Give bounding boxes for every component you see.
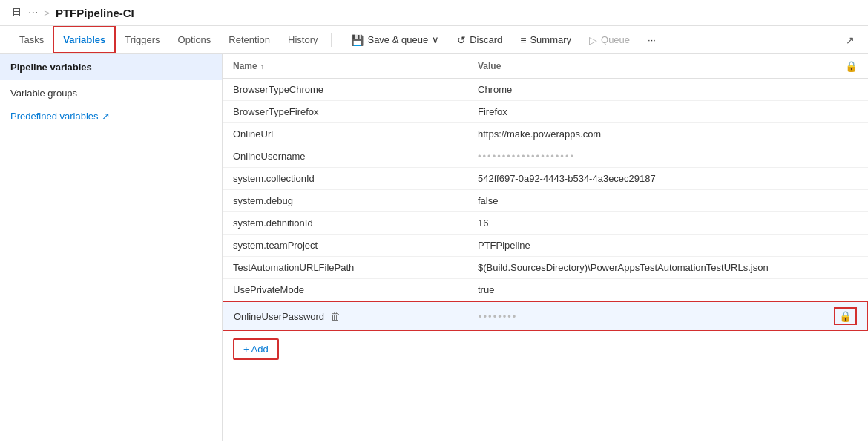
top-bar: 🖥 ··· > PTFPipeline-CI Tasks Variables T… bbox=[0, 0, 868, 54]
queue-icon: ▷ bbox=[589, 34, 597, 46]
nav-bar: Tasks Variables Triggers Options Retenti… bbox=[0, 26, 868, 54]
row-value: https://make.powerapps.com bbox=[478, 128, 828, 140]
row-value: 542ff697-0a92-4443-b534-4a3ecec29187 bbox=[478, 173, 828, 184]
sidebar-item-variable-groups[interactable]: Variable groups bbox=[0, 80, 222, 106]
table-row[interactable]: system.teamProject PTFPipeline bbox=[223, 235, 868, 257]
row-lock-icon-box[interactable]: 🔒 bbox=[827, 307, 857, 325]
row-value: $(Build.SourcesDirectory)\PowerAppsTestA… bbox=[478, 262, 828, 273]
row-value: Chrome bbox=[478, 84, 828, 95]
row-value: PTFPipeline bbox=[478, 240, 828, 251]
lock-icon[interactable]: 🔒 bbox=[834, 307, 857, 325]
more-actions-button[interactable]: ··· bbox=[640, 31, 663, 48]
queue-button[interactable]: ▷ Queue bbox=[582, 31, 637, 49]
tab-variables[interactable]: Variables bbox=[53, 26, 116, 53]
tab-triggers[interactable]: Triggers bbox=[116, 26, 168, 53]
row-value: Firefox bbox=[478, 106, 828, 117]
row-value-masked: •••••••• bbox=[479, 311, 827, 322]
predefined-variables-link[interactable]: Predefined variables ↗ bbox=[0, 106, 222, 126]
table-row-online-user-password[interactable]: OnlineUserPassword 🗑 •••••••• 🔒 bbox=[223, 301, 868, 331]
table-row[interactable]: system.debug false bbox=[223, 190, 868, 212]
header-lock-icon: 🔒 bbox=[845, 60, 858, 72]
tab-tasks[interactable]: Tasks bbox=[10, 26, 53, 53]
sidebar-item-pipeline-variables[interactable]: Pipeline variables bbox=[0, 54, 222, 80]
table-row[interactable]: system.definitionId 16 bbox=[223, 212, 868, 235]
row-name: TestAutomationURLFilePath bbox=[233, 262, 478, 273]
row-name: system.definitionId bbox=[233, 217, 478, 229]
col-lock-header: 🔒 bbox=[828, 60, 858, 72]
tab-history[interactable]: History bbox=[279, 26, 326, 53]
discard-button[interactable]: ↺ Discard bbox=[450, 31, 510, 49]
table-header: Name ↑ Value 🔒 bbox=[223, 54, 868, 79]
dropdown-arrow-icon: ∨ bbox=[432, 34, 439, 45]
expand-icon[interactable]: ↗ bbox=[843, 31, 858, 49]
table-row[interactable]: UsePrivateMode true bbox=[223, 279, 868, 301]
external-link-icon: ↗ bbox=[102, 111, 110, 122]
pipeline-icon: 🖥 bbox=[10, 6, 22, 19]
row-name: BrowserTypeChrome bbox=[233, 84, 478, 95]
page-title: PTFPipeline-CI bbox=[56, 7, 134, 19]
tab-retention[interactable]: Retention bbox=[220, 26, 279, 53]
table-row[interactable]: OnlineUsername •••••••••••••••••••• bbox=[223, 145, 868, 168]
row-name: UsePrivateMode bbox=[233, 284, 478, 295]
table-row[interactable]: TestAutomationURLFilePath $(Build.Source… bbox=[223, 257, 868, 279]
sort-arrow-icon[interactable]: ↑ bbox=[260, 62, 264, 70]
nav-divider bbox=[331, 33, 332, 47]
tab-options[interactable]: Options bbox=[169, 26, 220, 53]
row-name: BrowserTypeFirefox bbox=[233, 106, 478, 117]
table-row[interactable]: BrowserTypeFirefox Firefox bbox=[223, 101, 868, 123]
add-variable-button[interactable]: + Add bbox=[233, 338, 279, 360]
row-name: OnlineUserPassword 🗑 bbox=[234, 310, 479, 322]
content-area: Pipeline variables Variable groups Prede… bbox=[0, 54, 868, 441]
summary-button[interactable]: ≡ Summary bbox=[513, 31, 579, 49]
save-icon: 💾 bbox=[351, 34, 364, 46]
table-row[interactable]: OnlineUrl https://make.powerapps.com bbox=[223, 123, 868, 145]
row-name: system.debug bbox=[233, 195, 478, 206]
row-value: false bbox=[478, 195, 828, 206]
save-queue-button[interactable]: 💾 Save & queue ∨ bbox=[343, 31, 447, 49]
row-value: true bbox=[478, 284, 828, 295]
row-name: system.collectionId bbox=[233, 173, 478, 184]
summary-icon: ≡ bbox=[520, 34, 526, 46]
table-row[interactable]: BrowserTypeChrome Chrome bbox=[223, 79, 868, 101]
nav-actions: 💾 Save & queue ∨ ↺ Discard ≡ Summary ▷ Q… bbox=[343, 31, 662, 49]
row-value: 16 bbox=[478, 217, 828, 229]
row-value: •••••••••••••••••••• bbox=[478, 151, 828, 162]
row-name: system.teamProject bbox=[233, 240, 478, 251]
discard-icon: ↺ bbox=[457, 34, 466, 46]
table-row[interactable]: system.collectionId 542ff697-0a92-4443-b… bbox=[223, 168, 868, 190]
more-icon: ··· bbox=[648, 34, 656, 45]
sidebar: Pipeline variables Variable groups Prede… bbox=[0, 54, 223, 441]
col-name-header: Name ↑ bbox=[233, 61, 478, 71]
breadcrumb-separator: > bbox=[44, 7, 50, 19]
main-content: Name ↑ Value 🔒 BrowserTypeChrome Chrome … bbox=[223, 54, 868, 441]
more-options-icon[interactable]: ··· bbox=[28, 6, 38, 19]
row-name: OnlineUrl bbox=[233, 128, 478, 140]
col-value-header: Value bbox=[478, 61, 828, 71]
row-name: OnlineUsername bbox=[233, 151, 478, 162]
delete-icon[interactable]: 🗑 bbox=[330, 310, 341, 322]
